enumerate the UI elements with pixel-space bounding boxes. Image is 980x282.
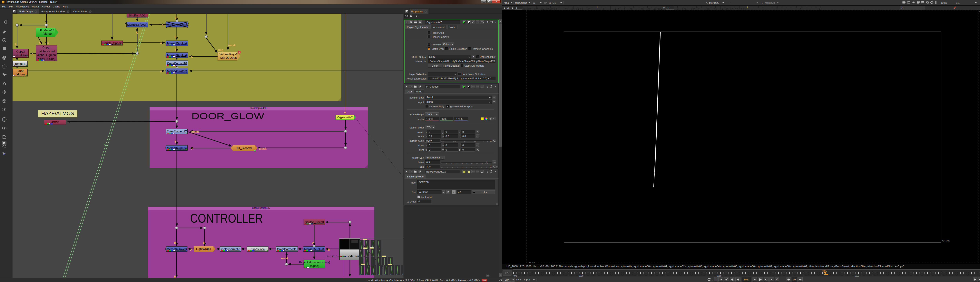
- svg-text:D: D: [3, 118, 5, 121]
